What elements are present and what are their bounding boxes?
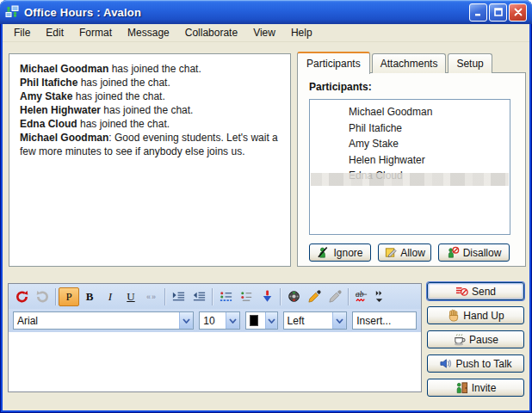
dropdown-arrow-icon[interactable] <box>332 312 346 329</box>
insert-value: Insert... <box>353 315 416 327</box>
dropdown-arrow-icon[interactable] <box>179 312 193 329</box>
insert-down-arrow-icon[interactable] <box>257 287 277 306</box>
menu-help[interactable]: Help <box>283 24 320 41</box>
participants-heading: Participants: <box>309 81 372 93</box>
participants-panel: Participants: Michael Goodman Phil Itafi… <box>297 72 526 267</box>
menu-file[interactable]: File <box>6 24 38 41</box>
bullet-list-icon[interactable] <box>215 287 236 306</box>
maximize-button[interactable] <box>489 3 507 22</box>
chat-message: Edna Cloud has joined the chat. <box>20 117 280 131</box>
allow-icon <box>384 246 397 259</box>
chat-message: Helen Highwater has joined the chat. <box>20 103 280 117</box>
numbered-list-icon[interactable] <box>236 287 257 306</box>
menu-message[interactable]: Message <box>120 24 177 41</box>
wheel-icon[interactable] <box>283 287 304 306</box>
alignment-select[interactable]: Left <box>283 311 348 330</box>
toolbar-overflow-icon[interactable] <box>372 287 386 306</box>
menu-format[interactable]: Format <box>71 24 120 41</box>
chat-message: Michael Goodman has joined the chat. <box>20 62 280 76</box>
participant-row[interactable]: Michael Goodman <box>310 104 510 120</box>
toolbar-separator <box>348 288 349 305</box>
message-input[interactable] <box>9 332 421 391</box>
toolbar-separator <box>164 288 165 305</box>
compose-area: P B I U «» <box>8 283 422 392</box>
participants-list[interactable]: Michael Goodman Phil Itafiche Amy Stake … <box>309 99 510 235</box>
minimize-button[interactable] <box>469 3 487 22</box>
spellcheck-icon[interactable]: ab <box>351 287 372 306</box>
menu-collaborate[interactable]: Collaborate <box>177 24 245 41</box>
toolbar-separator <box>212 288 213 305</box>
font-size-value: 10 <box>200 315 225 327</box>
chat-transcript[interactable]: Michael Goodman has joined the chat. Phi… <box>9 53 291 267</box>
color-swatch <box>250 315 259 326</box>
moderation-buttons: Ignore Allow <box>309 243 510 262</box>
participant-row[interactable]: Amy Stake <box>310 136 510 152</box>
font-color-select[interactable] <box>245 311 278 330</box>
app-icon <box>5 5 20 20</box>
font-size-select[interactable]: 10 <box>199 311 239 330</box>
hand-up-icon <box>447 309 460 322</box>
format-toolbar: P B I U «» <box>9 284 421 309</box>
allow-button[interactable]: Allow <box>378 243 431 262</box>
dropdown-arrow-icon[interactable] <box>265 312 276 329</box>
pause-coffee-icon <box>453 333 466 346</box>
menu-view[interactable]: View <box>245 24 283 41</box>
tab-setup[interactable]: Setup <box>448 53 492 73</box>
font-family-select[interactable]: Arial <box>13 311 194 330</box>
chat-message: Michael Goodman: Good evening students. … <box>20 131 280 158</box>
send-icon <box>455 285 468 298</box>
tab-attachments[interactable]: Attachments <box>372 53 447 73</box>
disallow-user-icon <box>447 246 460 259</box>
dropdown-arrow-icon[interactable] <box>226 312 239 329</box>
pixelation-artifact <box>311 173 509 186</box>
ignore-button[interactable]: Ignore <box>309 243 371 262</box>
ignore-user-icon <box>317 246 330 259</box>
paragraph-button[interactable]: P <box>59 287 79 306</box>
bold-button[interactable]: B <box>79 287 100 306</box>
undo-icon[interactable] <box>11 287 32 306</box>
disallow-button[interactable]: Disallow <box>438 243 510 262</box>
push-to-talk-button[interactable]: Push to Talk <box>427 354 524 373</box>
menu-edit[interactable]: Edit <box>38 24 71 41</box>
tab-participants[interactable]: Participants <box>297 52 370 74</box>
html-tags-icon[interactable]: «» <box>141 287 162 306</box>
action-buttons: Send Hand Up <box>427 282 524 397</box>
invite-icon <box>455 381 468 394</box>
alignment-value: Left <box>284 315 333 327</box>
hand-up-button[interactable]: Hand Up <box>427 306 524 324</box>
format-painter-icon[interactable] <box>325 287 345 306</box>
invite-button[interactable]: Invite <box>427 379 524 397</box>
highlighter-icon[interactable] <box>304 287 325 306</box>
chat-message: Phil Itafiche has joined the chat. <box>20 76 280 89</box>
toolbar-separator <box>55 288 56 305</box>
close-button[interactable] <box>509 3 527 22</box>
send-button[interactable]: Send <box>427 282 524 300</box>
participant-row[interactable]: Phil Itafiche <box>310 120 510 137</box>
pause-button[interactable]: Pause <box>427 330 524 348</box>
window-title: Office Hours : Avalon <box>24 6 469 19</box>
indent-increase-icon[interactable] <box>168 287 189 306</box>
title-bar[interactable]: Office Hours : Avalon <box>0 0 532 24</box>
toolbar-separator <box>280 288 281 305</box>
client-area: File Edit Format Message Collaborate Vie… <box>3 24 529 410</box>
font-family-value: Arial <box>14 315 179 327</box>
insert-select[interactable]: Insert... <box>352 311 417 330</box>
indent-decrease-icon[interactable] <box>189 287 209 306</box>
font-toolbar: Arial 10 <box>9 309 421 332</box>
participant-row[interactable]: Helen Highwater <box>310 152 510 169</box>
tab-strip: Participants Attachments Setup <box>297 51 494 73</box>
underline-button[interactable]: U <box>121 287 141 306</box>
chat-message: Amy Stake has joined the chat. <box>20 89 280 103</box>
italic-button[interactable]: I <box>100 287 121 306</box>
app-window: Office Hours : Avalon File Edit Format M… <box>0 0 532 413</box>
menu-bar: File Edit Format Message Collaborate Vie… <box>3 24 529 42</box>
redo-icon[interactable] <box>32 287 53 306</box>
push-to-talk-icon <box>439 357 452 370</box>
